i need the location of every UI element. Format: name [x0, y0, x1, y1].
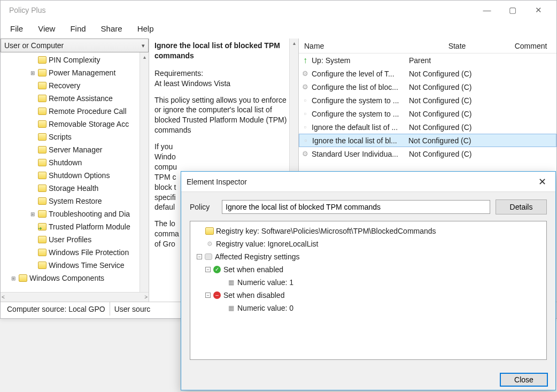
folder-icon	[38, 249, 47, 256]
tree-item-label: Shutdown	[49, 158, 82, 167]
minimize-button[interactable]: —	[481, 5, 493, 15]
requirements-text: At least Windows Vista	[154, 79, 230, 88]
folder-icon	[38, 185, 47, 192]
menu-file[interactable]: File	[10, 24, 23, 33]
tree-item[interactable]: Storage Health	[1, 182, 149, 195]
tree-item[interactable]: ⊞Windows Components	[1, 272, 149, 285]
expander-icon[interactable]: ⊞	[29, 211, 36, 217]
list-row[interactable]: Standard User Individua...Not Configured…	[299, 147, 556, 160]
inspector-tree-label: Registry key: Software\Policies\Microsof…	[216, 227, 436, 235]
row-name: Up: System	[312, 56, 409, 65]
expander-icon[interactable]: ⊞	[29, 70, 36, 76]
tree-item[interactable]: PIN Complexity	[1, 53, 149, 66]
menu-find[interactable]: Find	[70, 24, 86, 33]
collapse-icon[interactable]: −	[205, 267, 211, 272]
list-row[interactable]: Configure the system to ...Not Configure…	[299, 107, 556, 120]
row-name: Ignore the local list of bl...	[312, 136, 408, 145]
tree-item[interactable]: Windows File Protection	[1, 246, 149, 259]
maximize-button[interactable]: ▢	[506, 5, 519, 15]
inspector-tree[interactable]: Registry key: Software\Policies\Microsof…	[190, 221, 547, 360]
close-icon[interactable]: ✕	[534, 176, 550, 188]
tree-item[interactable]: Server Manager	[1, 143, 149, 156]
inspector-tree-row[interactable]: Numeric value: 1	[195, 276, 542, 289]
col-comment[interactable]: Comment	[505, 42, 556, 50]
tree-item-label: Windows File Protection	[49, 248, 129, 257]
folder-icon	[38, 82, 47, 89]
tree-item-label: Troubleshooting and Dia	[49, 210, 130, 218]
tree-item-label: Storage Health	[49, 184, 98, 193]
inspector-tree-row[interactable]: Registry value: IgnoreLocalList	[195, 237, 542, 250]
titlebar[interactable]: Policy Plus — ▢ ✕	[1, 1, 556, 20]
details-button[interactable]: Details	[496, 199, 547, 214]
policy-label: Policy	[190, 203, 216, 211]
inspector-tree-row[interactable]: −–Set when disabled	[195, 289, 542, 302]
tree-item-label: Scripts	[49, 133, 72, 141]
menu-help[interactable]: Help	[137, 24, 154, 33]
nav-tree[interactable]: PIN Complexity⊞Power ManagementRecoveryR…	[1, 52, 149, 292]
inspector-body: Policy Details Registry key: Software\Po…	[181, 192, 555, 367]
tree-item-label: PIN Complexity	[49, 56, 100, 64]
menu-share[interactable]: Share	[101, 24, 122, 33]
row-state: Not Configured (C)	[409, 123, 505, 132]
row-state: Not Configured (C)	[409, 83, 505, 91]
folder-icon	[38, 197, 47, 205]
list-row[interactable]: Ignore the default list of ...Not Config…	[299, 120, 556, 134]
scroll-right-arrow[interactable]: >	[144, 294, 148, 300]
folder-icon	[38, 133, 47, 141]
scope-combo[interactable]: User or Computer ▾	[1, 39, 149, 52]
row-name: Ignore the default list of ...	[312, 123, 409, 132]
scroll-up-arrow[interactable]: ▴	[293, 40, 296, 47]
tree-item[interactable]: ⊞Troubleshooting and Dia	[1, 207, 149, 220]
tree-item[interactable]: Shutdown	[1, 156, 149, 169]
collapse-icon[interactable]: −	[197, 254, 202, 259]
list-row[interactable]: Configure the list of bloc...Not Configu…	[299, 80, 556, 94]
tree-scrollbar[interactable]: ▴	[140, 52, 149, 292]
inspector-titlebar[interactable]: Element Inspector ✕	[181, 172, 555, 192]
tree-item[interactable]: Recovery	[1, 79, 149, 92]
policy-input[interactable]	[222, 200, 490, 214]
tree-item[interactable]: Windows Time Service	[1, 259, 149, 272]
tree-item[interactable]: Remote Assistance	[1, 92, 149, 105]
menu-view[interactable]: View	[38, 24, 55, 33]
list-row[interactable]: Up: SystemParent	[299, 53, 556, 67]
tree-item[interactable]: Removable Storage Acc	[1, 118, 149, 130]
tree-item[interactable]: Scripts	[1, 130, 149, 143]
tree-item[interactable]: User Profiles	[1, 233, 149, 246]
collapse-icon[interactable]: −	[205, 293, 211, 298]
inspector-tree-row[interactable]: Registry key: Software\Policies\Microsof…	[195, 225, 542, 237]
close-button[interactable]: ✕	[532, 5, 545, 15]
inspector-tree-row[interactable]: −Affected Registry settings	[195, 250, 542, 263]
expander-icon[interactable]: ⊞	[10, 275, 17, 281]
list-row[interactable]: Ignore the local list of bl...Not Config…	[299, 134, 556, 147]
tree-item[interactable]: ⊞Power Management	[1, 66, 149, 79]
inspector-tree-label: Registry value: IgnoreLocalList	[216, 240, 318, 248]
folder-icon	[38, 107, 47, 115]
tree-item[interactable]: Remote Procedure Call	[1, 105, 149, 118]
folder-icon	[38, 146, 47, 153]
col-state[interactable]: State	[409, 42, 505, 50]
folder-icon	[205, 227, 214, 235]
inspector-tree-label: Affected Registry settings	[215, 252, 299, 261]
row-name: Standard User Individua...	[312, 150, 409, 158]
tree-item-label: Server Manager	[49, 145, 102, 154]
tree-item-label: Power Management	[49, 68, 115, 77]
scroll-up-arrow[interactable]: ▴	[140, 52, 149, 62]
requirements-label: Requirements:	[154, 69, 203, 78]
tree-item[interactable]: Shutdown Options	[1, 169, 149, 182]
tree-hscroll[interactable]: < >	[1, 292, 149, 302]
tree-item[interactable]: System Restore	[1, 195, 149, 207]
row-state: Not Configured (C)	[409, 70, 505, 78]
page-icon	[299, 123, 312, 131]
inspector-tree-row[interactable]: −✓Set when enabled	[195, 263, 542, 276]
list-row[interactable]: Configure the level of T...Not Configure…	[299, 67, 556, 80]
close-button[interactable]: Close	[500, 373, 548, 387]
database-icon	[204, 252, 213, 261]
scroll-left-arrow[interactable]: <	[2, 294, 5, 300]
list-row[interactable]: Configure the system to ...Not Configure…	[299, 94, 556, 107]
folder-go-icon	[38, 223, 47, 230]
left-pane: User or Computer ▾ PIN Complexity⊞Power …	[1, 39, 149, 302]
tree-item[interactable]: Trusted Platform Module	[1, 220, 149, 233]
folder-icon	[38, 262, 47, 269]
inspector-tree-row[interactable]: Numeric value: 0	[195, 302, 542, 314]
col-name[interactable]: Name	[299, 42, 409, 50]
